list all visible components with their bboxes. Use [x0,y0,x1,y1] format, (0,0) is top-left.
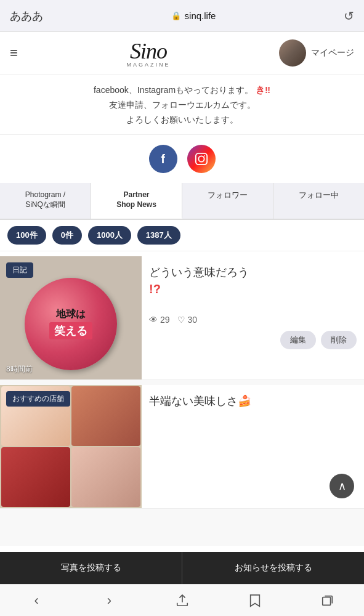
post-title-2: 半端ない美味しさ🍰 [149,394,357,409]
site-header: ≡ Sino MAGAZINE マイページ [0,32,364,75]
nav-tabs[interactable] [291,594,364,607]
profile-section: facebook、Instagramもやっております。 き‼ 友達申請、フォロー… [0,75,364,135]
social-buttons: f [0,135,364,183]
heart-icon: ♡ [177,315,185,325]
tab-photogram[interactable]: Photogram /SiNQな瞬間 [0,183,91,218]
lock-icon: 🔒 [171,11,181,20]
browser-bar: あああ 🔒 sinq.life ↺ [0,0,364,32]
post-card-2: おすすめの店舗 半端ない美味しさ🍰 ∧ [0,385,364,509]
posts-container: 地球は 笑える 日記 8時間前 どういう意味だろう !? 👁 29 ♡ 30 [0,256,364,546]
ios-nav-bar: ‹ › [0,584,364,616]
url-text: sinq.life [185,10,216,21]
post-badge-2: おすすめの店舗 [6,391,70,407]
nav-bookmarks[interactable] [219,594,291,607]
profile-line-3: よろしくお願いいたします。 [12,113,352,128]
view-stat: 👁 29 [149,315,170,325]
pin-circle: 地球は 笑える [25,278,117,370]
partner-count-badge: 0件 [52,226,82,245]
profile-line-notification: facebook、Instagramもやっております。 き‼ [12,82,352,98]
nav-forward[interactable]: › [73,593,145,609]
photogram-count-badge: 100件 [7,226,46,245]
view-icon: 👁 [149,315,158,325]
svg-rect-3 [323,597,331,605]
post-image-1: 地球は 笑える 日記 8時間前 [0,256,142,379]
address-bar[interactable]: 🔒 sinq.life [171,10,216,21]
avatar-image [279,39,306,67]
exclamation-mark: き‼ [256,84,270,95]
nav-back[interactable]: ‹ [0,593,73,609]
post-title-suffix: !? [149,282,161,296]
tab-followers[interactable]: フォロワー [182,183,273,218]
tab-partner-shop[interactable]: PartnerShop News [91,183,182,218]
nav-share[interactable] [145,594,218,607]
logo-subtitle: MAGAZINE [126,62,170,68]
reload-icon[interactable]: ↺ [344,9,354,23]
post-stats-1: 👁 29 ♡ 30 [149,315,357,325]
post-actions-1: 編集 削除 [149,331,357,349]
tab-following[interactable]: フォロー中 [273,183,364,218]
post-news-button[interactable]: お知らせを投稿する [182,552,364,584]
hamburger-icon[interactable]: ≡ [10,45,18,61]
post-title-1: どういう意味だろう !? [149,265,357,298]
svg-point-1 [198,156,204,162]
post-image-2: おすすめの店舗 [0,385,142,508]
scroll-top-button[interactable]: ∧ [330,474,354,498]
header-right: マイページ [279,39,354,67]
edit-button-1[interactable]: 編集 [280,331,316,349]
tabs-row: Photogram /SiNQな瞬間 PartnerShop News フォロワ… [0,183,364,219]
svg-rect-0 [195,153,206,164]
view-count: 29 [160,315,170,325]
svg-point-2 [204,155,205,156]
site-logo[interactable]: Sino [130,38,167,64]
like-count: 30 [188,315,198,325]
pin-text-line2: 笑える [49,322,92,339]
instagram-button[interactable] [187,145,216,173]
font-size-control[interactable]: あああ [10,9,43,23]
post-badge-1: 日記 [6,262,33,278]
logo-area: Sino MAGAZINE [126,38,170,68]
food-cell-2 [71,386,140,446]
delete-button-1[interactable]: 削除 [321,331,357,349]
post-card-1: 地球は 笑える 日記 8時間前 どういう意味だろう !? 👁 29 ♡ 30 [0,256,364,380]
food-cell-3 [1,447,70,507]
post-photo-button[interactable]: 写真を投稿する [0,552,182,584]
post-time-1: 8時間前 [6,364,33,375]
facebook-button[interactable]: f [149,145,177,173]
follower-count-badge: 1000人 [88,226,131,245]
bottom-action-bar: 写真を投稿する お知らせを投稿する [0,552,364,584]
avatar[interactable] [279,39,306,67]
counts-row: 100件 0件 1000人 1387人 [0,220,364,251]
post-content-1: どういう意味だろう !? 👁 29 ♡ 30 編集 削除 [142,256,364,379]
following-count-badge: 1387人 [137,226,180,245]
mypage-label[interactable]: マイページ [311,47,354,59]
profile-line-2: 友達申請、フォローウエルカムです。 [12,98,352,113]
pin-text-line1: 地球は [56,308,86,321]
like-stat: ♡ 30 [177,315,198,325]
food-cell-4 [71,447,140,507]
